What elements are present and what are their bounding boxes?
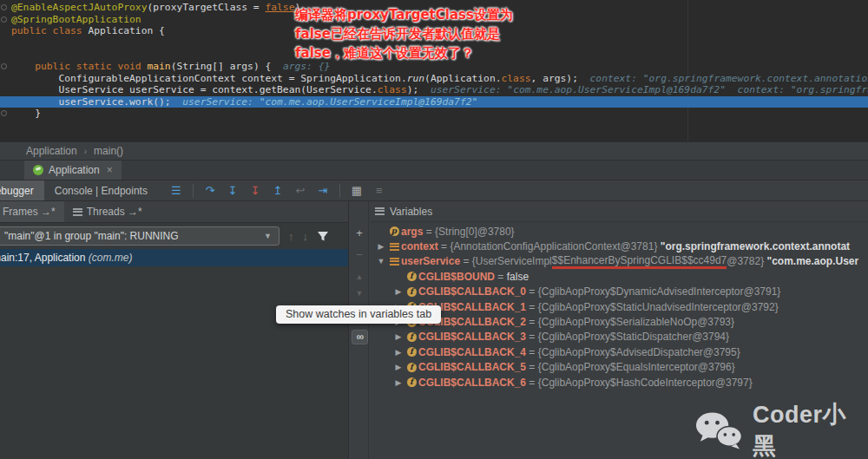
expander-closed-icon[interactable]: ▶ [392, 287, 404, 296]
equals-sign: = [526, 331, 538, 343]
variable-row[interactable]: fCGLIB$BOUND = false [370, 269, 868, 284]
move-watch-down-button[interactable]: ▼ [350, 287, 369, 299]
variable-row[interactable]: ▼userService = {UserServiceImpl$$Enhance… [370, 254, 868, 269]
variable-value: {CglibAopProxy$HashCodeInterceptor@3797} [538, 377, 753, 389]
stack-frame-selected[interactable]: main:17, Application (com.me) [0, 249, 348, 266]
run-tab-application[interactable]: Application × [24, 161, 122, 180]
tab-threads-label: Threads →* [87, 206, 142, 218]
add-watch-button[interactable]: + [350, 227, 369, 239]
watermark: Coder小黑 [694, 399, 868, 459]
run-tab-bar: Application × [0, 160, 868, 180]
variable-row[interactable]: pargs = {String[0]@3780} [370, 224, 868, 239]
equals-sign: = [526, 346, 538, 358]
annotation-note-line: false，难道这个设置无效了？ [295, 43, 513, 62]
equals-sign: = [526, 316, 538, 328]
variable-row[interactable]: ▶fCGLIB$CALLBACK_6 = {CglibAopProxy$Hash… [370, 375, 868, 390]
threads-icon [73, 208, 82, 216]
field-icon: f [407, 287, 417, 297]
variable-name: CGLIB$CALLBACK_3 [418, 331, 526, 343]
run-tab-spacer [0, 161, 24, 180]
chevron-down-icon: ▼ [264, 232, 272, 240]
variable-row[interactable]: ▶fCGLIB$CALLBACK_1 = {CglibAopProxy$Stat… [370, 299, 868, 314]
run-to-cursor-icon[interactable]: ⇥ [313, 180, 332, 200]
spring-boot-icon [33, 165, 43, 175]
expander-open-icon[interactable]: ▼ [375, 257, 387, 266]
filter-icon[interactable] [317, 230, 329, 242]
tab-debugger[interactable]: Debugger [0, 180, 44, 200]
frames-panel: Frames →* Threads →* "main"@1 in group "… [0, 201, 349, 459]
frames-tabs: Frames →* Threads →* [0, 201, 348, 223]
variable-value-literal: false [507, 271, 529, 283]
expander-closed-icon[interactable]: ▶ [392, 378, 404, 387]
variable-name: userService [401, 255, 460, 267]
fold-marker-icon[interactable] [1, 16, 7, 23]
view-options-icon[interactable]: ☰ [167, 180, 186, 200]
force-step-into-icon[interactable]: ↧ [246, 180, 265, 200]
equals-sign: = [526, 285, 538, 298]
field-icon: f [407, 347, 417, 357]
variable-row[interactable]: ▶fCGLIB$CALLBACK_5 = {CglibAopProxy$Equa… [370, 360, 868, 375]
equals-sign: = [423, 226, 435, 238]
next-frame-button[interactable]: ↓ [303, 230, 309, 243]
equals-sign: = [526, 377, 538, 389]
expander-closed-icon[interactable]: ▶ [392, 363, 404, 371]
variable-name: CGLIB$CALLBACK_5 [418, 361, 526, 373]
code-line: userService.work(); userService: "com.me… [11, 96, 868, 108]
variable-value: {CglibAopProxy$SerializableNoOp@3793} [538, 316, 734, 328]
show-watches-button[interactable]: ∞ [352, 330, 368, 344]
parameter-icon: p [390, 226, 399, 236]
tab-console-endpoints[interactable]: Console | Endpoints [44, 180, 158, 200]
drop-frame-icon[interactable]: ↩ [291, 180, 310, 200]
variable-value: @3782} [727, 255, 766, 267]
variable-row[interactable]: ▶context = {AnnotationConfigApplicationC… [370, 239, 868, 253]
fold-marker-icon[interactable] [1, 4, 7, 10]
variable-row[interactable]: ▶fCGLIB$CALLBACK_2 = {CglibAopProxy$Seri… [370, 314, 868, 329]
variable-name: CGLIB$CALLBACK_0 [418, 285, 526, 298]
step-out-icon[interactable]: ↥ [268, 180, 287, 200]
frame-label: main:17, Application [0, 252, 89, 264]
variable-row[interactable]: ▶fCGLIB$CALLBACK_0 = {CglibAopProxy$Dyna… [370, 285, 868, 299]
expander-closed-icon[interactable]: ▶ [392, 348, 404, 357]
variable-value: {String[0]@3780} [435, 226, 515, 238]
thread-selector-dropdown[interactable]: "main"@1 in group "main": RUNNING ▼ [0, 226, 279, 246]
frame-package: (com.me) [89, 252, 133, 264]
remove-watch-button[interactable]: − [350, 249, 369, 261]
code-editor[interactable]: @EnableAspectJAutoProxy(proxyTargetClass… [0, 0, 868, 141]
variables-header: Variables [370, 201, 868, 222]
variables-rows: pargs = {String[0]@3780}▶context = {Anno… [370, 224, 868, 390]
evaluate-expression-icon[interactable]: ▦ [347, 180, 366, 200]
layout-settings-icon[interactable]: ≡ [370, 180, 389, 200]
tab-frames[interactable]: Frames →* [0, 201, 64, 222]
toolbar-separator [193, 184, 194, 198]
toolbar-separator [339, 184, 340, 198]
variable-value: {CglibAopProxy$StaticDispatcher@3794} [538, 331, 729, 343]
expander-closed-icon[interactable]: ▶ [392, 332, 404, 341]
equals-sign: = [438, 240, 450, 252]
field-icon: f [407, 377, 417, 387]
breadcrumb-item-class[interactable]: Application [26, 145, 77, 157]
equals-sign: = [495, 271, 507, 283]
move-watch-up-button[interactable]: ▲ [350, 271, 369, 283]
fold-marker-icon[interactable] [1, 63, 7, 69]
annotation-note-line: false已经在告诉开发者默认值就是 [295, 24, 513, 43]
variable-row[interactable]: ▶fCGLIB$CALLBACK_4 = {CglibAopProxy$Advi… [370, 344, 868, 359]
code-line: UserService userService = context.getBea… [11, 84, 868, 96]
debug-toolbar: Debugger Console | Endpoints ☰↷↧↧↥↩⇥▦≡ [0, 180, 868, 201]
breadcrumb-item-method[interactable]: main() [94, 145, 123, 157]
field-icon: f [407, 332, 417, 342]
object-icon [390, 243, 399, 251]
step-into-icon[interactable]: ↧ [223, 180, 242, 200]
variable-row[interactable]: ▶fCGLIB$CALLBACK_3 = {CglibAopProxy$Stat… [370, 330, 868, 344]
previous-frame-button[interactable]: ↑ [288, 230, 294, 243]
expander-closed-icon[interactable]: ▶ [375, 242, 387, 251]
field-icon: f [407, 363, 417, 372]
debug-toolbar-icons: ☰↷↧↧↥↩⇥▦≡ [167, 180, 389, 200]
tab-threads[interactable]: Threads →* [64, 201, 151, 222]
object-icon [390, 258, 399, 266]
thread-selector-value: "main"@1 in group "main": RUNNING [4, 230, 179, 242]
code-line: ConfigurableApplicationContext context =… [11, 73, 868, 85]
fold-marker-icon[interactable] [1, 110, 7, 116]
variable-name: args [401, 226, 423, 238]
close-icon[interactable]: × [107, 164, 113, 176]
step-over-icon[interactable]: ↷ [201, 180, 220, 200]
